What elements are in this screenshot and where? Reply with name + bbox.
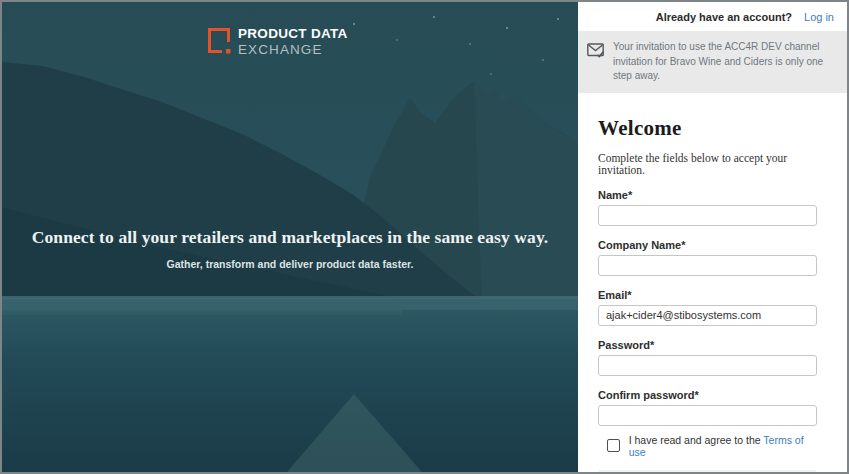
already-have-account-text: Already have an account? [656,11,792,23]
hero-subheadline: Gather, transform and deliver product da… [2,258,578,270]
company-name-input[interactable] [598,255,817,276]
logo-mark-icon [207,27,231,55]
name-field-group: Name* [598,189,817,226]
email-input[interactable] [598,305,817,326]
app-window: PRODUCT DATA EXCHANGE Connect to all you… [0,0,849,474]
terms-prefix: I have read and agree to the [629,434,761,446]
confirm-password-field-group: Confirm password* [598,389,817,426]
form-subtitle: Complete the fields below to accept your… [598,152,817,176]
invitation-alert-text: Your invitation to use the ACC4R DEV cha… [613,40,833,84]
password-input[interactable] [598,355,817,376]
password-label: Password* [598,339,817,352]
logo-title: PRODUCT DATA [238,27,348,41]
email-label: Email* [598,289,817,302]
terms-agreement-row: I have read and agree to the Terms of us… [598,434,817,458]
terms-checkbox[interactable] [607,439,620,452]
confirm-password-input[interactable] [598,405,817,426]
name-label: Name* [598,189,817,202]
name-input[interactable] [598,205,817,226]
company-name-label: Company Name* [598,239,817,252]
confirm-password-label: Confirm password* [598,389,817,402]
topbar: Already have an account? Log in [578,2,847,31]
hero-headline: Connect to all your retailers and market… [2,227,578,248]
email-field-group: Email* [598,289,817,326]
form-area: Welcome Complete the fields below to acc… [598,116,817,474]
envelope-check-icon [587,43,604,58]
accept-invitation-button[interactable]: Accept Invitation [598,470,817,474]
invitation-alert: Your invitation to use the ACC4R DEV cha… [578,31,847,93]
company-name-field-group: Company Name* [598,239,817,276]
terms-text: I have read and agree to the Terms of us… [629,434,817,458]
password-field-group: Password* [598,339,817,376]
page-title: Welcome [598,116,817,141]
product-data-exchange-logo: PRODUCT DATA EXCHANGE [207,27,348,56]
log-in-link[interactable]: Log in [804,11,834,23]
hero-panel: PRODUCT DATA EXCHANGE Connect to all you… [2,2,578,472]
logo-subtitle: EXCHANGE [238,43,348,57]
signup-panel: Already have an account? Log in Your inv… [578,2,847,472]
